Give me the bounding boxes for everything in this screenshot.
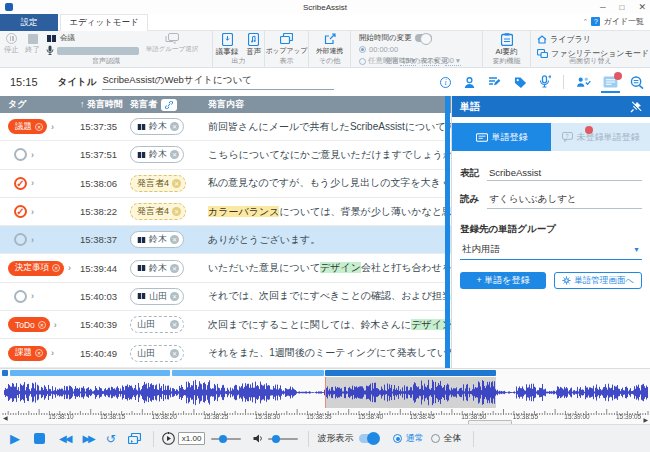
rewind-button[interactable]: ◀◀	[59, 434, 70, 444]
radio-normal[interactable]	[393, 434, 402, 443]
row-content[interactable]: カラーバランスについては、背景が少し薄いかなと思いますので、少し濃くしていただ	[208, 205, 451, 219]
tab-edit-mode[interactable]: エディットモード	[60, 14, 148, 31]
word-panel-button[interactable]	[603, 76, 618, 88]
stop-button[interactable]: 停止	[4, 31, 19, 56]
speaker-chip[interactable]: 鈴木✕	[130, 118, 184, 135]
tag-circle[interactable]	[14, 148, 27, 161]
start-time-toggle[interactable]	[415, 34, 432, 42]
speaker-chip[interactable]: 鈴木✕	[130, 260, 184, 277]
remove-tag-icon[interactable]: ✕	[38, 321, 46, 329]
expand-chevron[interactable]: ›	[54, 320, 57, 330]
table-row[interactable]: ✓› 15:38:22 発言者4✕ カラーバランスについては、背景が少し薄いかな…	[0, 198, 451, 226]
guide-list-link[interactable]: ガイド一覧	[603, 16, 644, 27]
forward-button[interactable]: ▶▶	[82, 434, 93, 444]
row-content[interactable]: 次回までにすることに関しては、鈴木さんにデザインのブラッシュアップを行っていただ	[208, 318, 451, 332]
speaker-chip[interactable]: 山田✕	[130, 345, 184, 362]
info-icon[interactable]: i	[440, 77, 451, 88]
remove-tag-icon[interactable]: ✕	[52, 264, 60, 272]
word-management-button[interactable]: 単語管理画面へ	[554, 272, 642, 289]
expand-chevron[interactable]: ›	[31, 291, 34, 301]
waveform-canvas[interactable]	[0, 377, 650, 408]
ai-summary-button[interactable]: AI要約	[483, 31, 530, 57]
collapse-ribbon-icon[interactable]: ⌃	[583, 18, 589, 26]
row-content[interactable]: それをまた、1週間後のミーティングにて発表していただき、最終確認を行いたいと	[208, 346, 451, 360]
tag-button[interactable]	[514, 76, 527, 89]
expand-chevron[interactable]: ›	[51, 122, 54, 132]
repeat-section-icon[interactable]	[128, 433, 141, 445]
speaker-check-button[interactable]	[576, 76, 591, 88]
end-button[interactable]: 終了	[25, 31, 40, 56]
stop-playback-button[interactable]	[34, 433, 45, 444]
header-time[interactable]: ↑ 発言時間	[80, 98, 130, 111]
remove-speaker-icon[interactable]: ✕	[170, 264, 179, 273]
mic-add-button[interactable]	[539, 75, 551, 89]
surface-input[interactable]: ScribeAssist	[487, 165, 642, 181]
expand-chevron[interactable]: ›	[51, 348, 54, 358]
pin-off-icon[interactable]	[630, 101, 642, 113]
remove-speaker-icon[interactable]: ✕	[170, 320, 179, 329]
help-icon[interactable]: ?	[591, 17, 600, 26]
tab-settings[interactable]: 設定	[0, 14, 58, 31]
tab-word-register[interactable]: 単語登録	[452, 123, 551, 151]
remove-speaker-icon[interactable]: ✕	[170, 150, 179, 159]
remove-speaker-icon[interactable]: ✕	[170, 349, 179, 358]
audio-segment-bar[interactable]	[172, 370, 324, 376]
reading-input[interactable]: すくらいぶあしすと	[487, 191, 642, 209]
speaker-chip[interactable]: 山田✕	[130, 316, 184, 333]
close-button[interactable]: ✕	[638, 2, 646, 12]
speed-slider-knob[interactable]	[219, 435, 227, 443]
waveform-toggle[interactable]	[359, 434, 379, 443]
search-button[interactable]	[630, 76, 644, 89]
speaker-link-button[interactable]	[161, 99, 177, 111]
speaker-chip[interactable]: 山田✕	[130, 288, 184, 305]
scroll-right-arrow[interactable]: ▶	[643, 416, 648, 423]
play-button[interactable]: ▶	[10, 432, 20, 445]
external-link-button[interactable]: 外部連携	[309, 31, 350, 56]
remove-speaker-icon[interactable]: ✕	[172, 179, 181, 188]
volume-slider[interactable]	[268, 438, 298, 440]
replay-icon[interactable]: ↺	[106, 433, 116, 445]
table-row[interactable]: 決定事項✕› 15:39:44 鈴木✕ いただいた意見についてデザイン会社と打ち…	[0, 254, 451, 282]
expand-chevron[interactable]: ›	[31, 178, 34, 188]
minimize-button[interactable]: ─	[600, 3, 606, 12]
tag-check-icon[interactable]: ✓	[14, 205, 27, 218]
remove-speaker-icon[interactable]: ✕	[170, 122, 179, 131]
remove-speaker-icon[interactable]: ✕	[170, 235, 179, 244]
library-button[interactable]: ライブラリ	[537, 34, 650, 45]
speaker-chip[interactable]: 発言者4✕	[130, 175, 186, 192]
row-content[interactable]: 前回皆さんにメールで共有したScribeAssistについてのホームページのデザ…	[208, 120, 451, 134]
audio-segment-bar[interactable]	[10, 370, 170, 376]
tag-check-icon[interactable]: ✓	[14, 177, 27, 190]
expand-chevron[interactable]: ›	[31, 235, 34, 245]
title-input[interactable]: ScribeAssistのWebサイトについて	[102, 74, 334, 90]
table-row[interactable]: ✓› 15:38:06 発言者4✕ 私の意見なのですが、もう少し見出しの文字を大…	[0, 170, 451, 198]
tag-pill[interactable]: 課題✕	[8, 346, 47, 361]
register-word-button[interactable]: + 単語を登録	[460, 272, 546, 289]
expand-chevron[interactable]: ›	[68, 263, 71, 273]
radio-all[interactable]	[431, 434, 440, 443]
remove-speaker-icon[interactable]: ✕	[172, 207, 181, 216]
word-group-select[interactable]: 社内用語 ▼	[460, 240, 642, 260]
speaker-settings-button[interactable]	[463, 76, 476, 89]
popup-button[interactable]: ポップアップ	[265, 31, 308, 56]
audio-segment-bar-active[interactable]	[325, 370, 496, 376]
time-default-radio[interactable]	[359, 46, 366, 53]
tab-unregistered-words[interactable]: ? 未登録単語登録	[551, 123, 650, 151]
header-speaker[interactable]: 発言者	[130, 98, 157, 111]
word-group-select-button[interactable]: 単語グループ選択	[145, 31, 199, 56]
row-content[interactable]: それでは、次回までにすべきことの確認、および担当者を決めたいと思います。	[208, 289, 451, 303]
row-content[interactable]: こちらについてなにかご意見いただけますでしょうか。	[208, 148, 451, 162]
table-row[interactable]: ToDo✕› 15:40:39 山田✕ 次回までにすることに関しては、鈴木さんに…	[0, 311, 451, 339]
speaker-chip[interactable]: 鈴木✕	[130, 231, 184, 248]
remove-speaker-icon[interactable]: ✕	[170, 292, 179, 301]
table-row[interactable]: › 15:40:03 山田✕ それでは、次回までにすべきことの確認、および担当者…	[0, 283, 451, 311]
table-row[interactable]: 議題✕› 15:37:35 鈴木✕ 前回皆さんにメールで共有したScribeAs…	[0, 113, 451, 141]
table-row[interactable]: › 15:37:51 鈴木✕ こちらについてなにかご意見いただけますでしょうか。	[0, 141, 451, 169]
remove-tag-icon[interactable]: ✕	[35, 123, 43, 131]
expand-chevron[interactable]: ›	[31, 207, 34, 217]
tag-pill[interactable]: 議題✕	[8, 119, 47, 134]
expand-chevron[interactable]: ›	[31, 150, 34, 160]
audio-output-button[interactable]: 音声	[246, 31, 261, 57]
tag-pill[interactable]: ToDo✕	[8, 317, 50, 332]
header-tag[interactable]: タグ	[0, 98, 80, 111]
